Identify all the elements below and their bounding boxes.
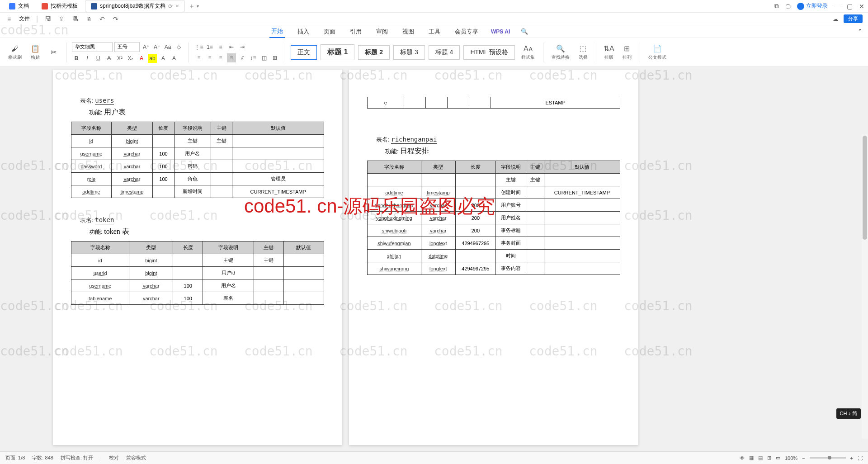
style-html[interactable]: HTML 预设格	[463, 45, 514, 60]
undo-icon[interactable]: ↶	[99, 15, 106, 23]
close-button[interactable]: ✕	[859, 3, 864, 10]
menu-ref[interactable]: 引用	[348, 26, 363, 38]
close-icon[interactable]: ✕	[175, 4, 179, 9]
tab-template[interactable]: 找稻壳模板	[36, 0, 83, 12]
underline-button[interactable]: U	[94, 54, 103, 63]
decrease-font-icon[interactable]: A⁻	[152, 43, 161, 52]
minimize-button[interactable]: —	[834, 3, 840, 10]
file-menu[interactable]: 文件	[19, 15, 30, 23]
style-h2[interactable]: 标题 2	[358, 45, 390, 60]
zoom-slider[interactable]	[810, 457, 846, 459]
styleset-button[interactable]: Aᴀ样式集	[519, 44, 538, 61]
view-print-icon[interactable]: ▦	[749, 455, 754, 461]
tab-menu-button[interactable]: ▾	[197, 4, 199, 9]
share-button[interactable]: 分享	[844, 14, 863, 23]
office-mode-button[interactable]: 📄公文模式	[646, 44, 669, 61]
find-replace-button[interactable]: 🔍查找替换	[549, 44, 572, 61]
subscript-button[interactable]: X₂	[126, 54, 135, 63]
menu-bar: 开始 插入 页面 引用 审阅 视图 工具 会员专享 WPS AI 🔍 ⌃	[0, 25, 868, 38]
collapse-icon[interactable]: ⌃	[858, 28, 863, 35]
tab-current-doc[interactable]: springboot8jba9数据库文档⟳✕	[85, 0, 185, 12]
multilevel-list-icon[interactable]: ≡	[216, 43, 225, 52]
menu-start[interactable]: 开始	[269, 25, 285, 38]
highlight-button[interactable]: ab	[148, 54, 157, 63]
font-color-button[interactable]: A	[137, 54, 146, 63]
fullscreen-icon[interactable]: ⛶	[858, 455, 863, 461]
tab-docs[interactable]: 文档	[4, 0, 34, 12]
status-proof[interactable]: 校对	[109, 455, 119, 461]
menu-icon[interactable]: ≡	[5, 15, 13, 23]
align-center-icon[interactable]: ≡	[205, 53, 214, 62]
share-quick-icon[interactable]: ⇪	[58, 15, 65, 23]
align-right-icon[interactable]: ≡	[216, 53, 225, 62]
status-bar: 页面: 1/8 字数: 848 拼写检查: 打开 | 校对 兼容模式 👁 ▦ ▤…	[0, 451, 868, 464]
italic-button[interactable]: I	[83, 54, 92, 63]
bold-button[interactable]: B	[72, 54, 81, 63]
view-outline-icon[interactable]: ⊞	[767, 455, 771, 461]
language-indicator[interactable]: CH ♪ 简	[836, 408, 861, 419]
text-effect-button[interactable]: A	[159, 54, 168, 63]
preview-icon[interactable]: 🗎	[85, 15, 92, 23]
wps-ai-button[interactable]: WPS AI	[491, 28, 510, 35]
decrease-indent-icon[interactable]: ⇤	[227, 43, 236, 52]
align-justify-icon[interactable]: ≡	[227, 53, 236, 62]
print-icon[interactable]: 🖶	[71, 15, 79, 23]
view-read-icon[interactable]: 👁	[740, 455, 745, 461]
zoom-out-button[interactable]: −	[802, 455, 805, 461]
line-spacing-icon[interactable]: ↕≡	[249, 53, 258, 62]
status-spell[interactable]: 拼写检查: 打开	[61, 455, 93, 461]
bullet-list-icon[interactable]: ⋮≡	[194, 43, 203, 52]
menu-member[interactable]: 会员专享	[453, 26, 480, 38]
style-body[interactable]: 正文	[291, 45, 317, 60]
fill-color-icon[interactable]: ◫	[259, 53, 269, 62]
document-canvas[interactable]: code51. cn-源码乐园盗图必究 表名: users 功能: 用户表 字段…	[0, 67, 868, 451]
save-icon[interactable]: 🖫	[44, 15, 52, 23]
clear-format-icon[interactable]: ◇	[174, 43, 183, 52]
arrange-button[interactable]: ⊞排列	[620, 44, 634, 61]
zoom-in-button[interactable]: +	[850, 455, 853, 461]
format-painter-button[interactable]: 🖌格式刷	[5, 44, 24, 61]
paste-button[interactable]: 📋粘贴	[28, 44, 42, 61]
zoom-value[interactable]: 100%	[785, 455, 797, 461]
status-compat[interactable]: 兼容模式	[126, 455, 146, 461]
strike-button[interactable]: A̶	[104, 54, 113, 63]
cut-button[interactable]: ✂	[46, 48, 61, 57]
menu-insert[interactable]: 插入	[296, 26, 311, 38]
view-web-icon[interactable]: ▤	[758, 455, 763, 461]
cloud-icon[interactable]: ☁	[832, 15, 839, 23]
increase-indent-icon[interactable]: ⇥	[238, 43, 247, 52]
maximize-button[interactable]: ▢	[847, 3, 853, 10]
word-icon	[91, 3, 97, 9]
font-select[interactable]	[72, 42, 113, 52]
shading-button[interactable]: A	[170, 54, 179, 63]
menu-review[interactable]: 审阅	[374, 26, 390, 38]
status-words[interactable]: 字数: 848	[32, 455, 53, 461]
style-h4[interactable]: 标题 4	[429, 45, 460, 60]
menu-page[interactable]: 页面	[322, 26, 337, 38]
refresh-icon[interactable]: ⟳	[168, 3, 173, 9]
scrollbar-thumb[interactable]	[863, 136, 867, 240]
menu-tools[interactable]: 工具	[427, 26, 442, 38]
number-list-icon[interactable]: 1≡	[205, 43, 214, 52]
style-h1[interactable]: 标题 1	[321, 44, 354, 60]
align-left-icon[interactable]: ≡	[194, 53, 203, 62]
search-icon[interactable]: 🔍	[521, 28, 528, 35]
redo-icon[interactable]: ↷	[112, 15, 119, 23]
border-icon[interactable]: ⊞	[270, 53, 279, 62]
view-focus-icon[interactable]: ▭	[776, 455, 780, 461]
sort-button[interactable]: ⇅A排版	[602, 44, 616, 61]
status-page[interactable]: 页面: 1/8	[5, 455, 25, 461]
increase-font-icon[interactable]: A⁺	[142, 43, 151, 52]
menu-view[interactable]: 视图	[401, 26, 416, 38]
scrollbar-vertical[interactable]	[862, 134, 868, 439]
select-button[interactable]: ⬚选择	[576, 44, 590, 61]
style-h3[interactable]: 标题 3	[393, 45, 425, 60]
login-link[interactable]: 立即登录	[797, 2, 828, 10]
distribute-icon[interactable]: ⫽	[238, 53, 247, 62]
size-select[interactable]	[114, 42, 140, 52]
cube-icon[interactable]: ⬡	[785, 3, 791, 10]
new-tab-button[interactable]: +	[189, 2, 193, 10]
restore-icon[interactable]: ⧉	[774, 2, 779, 10]
superscript-button[interactable]: X²	[115, 54, 124, 63]
change-case-icon[interactable]: Aa	[163, 43, 172, 52]
